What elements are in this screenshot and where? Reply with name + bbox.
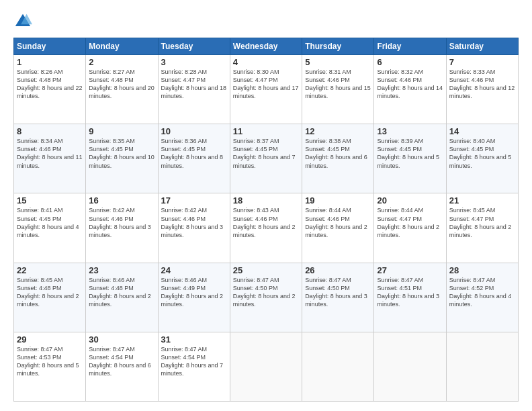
header-row: SundayMondayTuesdayWednesdayThursdayFrid…	[14, 38, 519, 55]
header	[13, 12, 519, 31]
day-number: 9	[89, 126, 154, 136]
day-number: 3	[161, 57, 227, 67]
day-number: 20	[377, 195, 443, 205]
day-cell: 2 Sunrise: 8:27 AM Sunset: 4:48 PM Dayli…	[86, 55, 158, 124]
week-row-3: 15 Sunrise: 8:41 AM Sunset: 4:45 PM Dayl…	[14, 193, 519, 263]
day-number: 10	[161, 126, 227, 136]
day-number: 18	[233, 195, 299, 205]
day-cell: 23 Sunrise: 8:46 AM Sunset: 4:48 PM Dayl…	[86, 263, 158, 332]
column-header-saturday: Saturday	[446, 38, 518, 55]
day-cell: 27 Sunrise: 8:47 AM Sunset: 4:51 PM Dayl…	[374, 263, 446, 332]
calendar-body: 1 Sunrise: 8:26 AM Sunset: 4:48 PM Dayli…	[14, 55, 519, 402]
day-cell: 25 Sunrise: 8:47 AM Sunset: 4:50 PM Dayl…	[230, 263, 302, 332]
day-number: 1	[17, 57, 83, 67]
day-info: Sunrise: 8:46 AM Sunset: 4:48 PM Dayligh…	[89, 276, 154, 309]
day-cell: 7 Sunrise: 8:33 AM Sunset: 4:46 PM Dayli…	[446, 55, 518, 124]
day-cell: 30 Sunrise: 8:47 AM Sunset: 4:54 PM Dayl…	[86, 332, 158, 401]
column-header-friday: Friday	[374, 38, 446, 55]
day-cell	[230, 332, 302, 401]
day-cell: 15 Sunrise: 8:41 AM Sunset: 4:45 PM Dayl…	[14, 193, 86, 263]
day-info: Sunrise: 8:47 AM Sunset: 4:50 PM Dayligh…	[305, 276, 371, 309]
day-number: 5	[305, 57, 371, 67]
day-number: 27	[377, 265, 443, 275]
day-cell	[302, 332, 374, 401]
day-cell: 26 Sunrise: 8:47 AM Sunset: 4:50 PM Dayl…	[302, 263, 374, 332]
day-number: 31	[161, 334, 227, 345]
day-info: Sunrise: 8:38 AM Sunset: 4:45 PM Dayligh…	[305, 137, 371, 170]
day-info: Sunrise: 8:40 AM Sunset: 4:45 PM Dayligh…	[449, 137, 515, 170]
day-cell: 14 Sunrise: 8:40 AM Sunset: 4:45 PM Dayl…	[446, 124, 518, 193]
day-info: Sunrise: 8:30 AM Sunset: 4:47 PM Dayligh…	[233, 68, 299, 101]
day-cell: 21 Sunrise: 8:45 AM Sunset: 4:47 PM Dayl…	[446, 193, 518, 263]
day-number: 15	[17, 195, 83, 205]
column-header-monday: Monday	[86, 38, 158, 55]
day-info: Sunrise: 8:45 AM Sunset: 4:47 PM Dayligh…	[449, 206, 515, 239]
day-info: Sunrise: 8:31 AM Sunset: 4:46 PM Dayligh…	[305, 68, 371, 101]
day-info: Sunrise: 8:42 AM Sunset: 4:46 PM Dayligh…	[161, 206, 227, 239]
day-info: Sunrise: 8:46 AM Sunset: 4:49 PM Dayligh…	[161, 276, 227, 309]
day-info: Sunrise: 8:47 AM Sunset: 4:51 PM Dayligh…	[377, 276, 443, 309]
column-header-thursday: Thursday	[302, 38, 374, 55]
day-cell	[446, 332, 518, 401]
day-cell: 29 Sunrise: 8:47 AM Sunset: 4:53 PM Dayl…	[14, 332, 86, 401]
day-cell: 31 Sunrise: 8:47 AM Sunset: 4:54 PM Dayl…	[158, 332, 230, 401]
day-number: 23	[89, 265, 154, 275]
day-number: 11	[233, 126, 299, 136]
day-cell: 24 Sunrise: 8:46 AM Sunset: 4:49 PM Dayl…	[158, 263, 230, 332]
week-row-2: 8 Sunrise: 8:34 AM Sunset: 4:46 PM Dayli…	[14, 124, 519, 193]
day-number: 2	[89, 57, 154, 67]
day-cell: 6 Sunrise: 8:32 AM Sunset: 4:46 PM Dayli…	[374, 55, 446, 124]
day-info: Sunrise: 8:37 AM Sunset: 4:45 PM Dayligh…	[233, 137, 299, 170]
column-header-tuesday: Tuesday	[158, 38, 230, 55]
week-row-1: 1 Sunrise: 8:26 AM Sunset: 4:48 PM Dayli…	[14, 55, 519, 124]
day-cell: 19 Sunrise: 8:44 AM Sunset: 4:46 PM Dayl…	[302, 193, 374, 263]
day-number: 26	[305, 265, 371, 275]
day-number: 17	[161, 195, 227, 205]
day-cell: 11 Sunrise: 8:37 AM Sunset: 4:45 PM Dayl…	[230, 124, 302, 193]
day-number: 13	[377, 126, 443, 136]
day-info: Sunrise: 8:36 AM Sunset: 4:45 PM Dayligh…	[161, 137, 227, 170]
day-cell	[374, 332, 446, 401]
day-info: Sunrise: 8:47 AM Sunset: 4:53 PM Dayligh…	[17, 345, 83, 378]
day-number: 25	[233, 265, 299, 275]
day-info: Sunrise: 8:43 AM Sunset: 4:46 PM Dayligh…	[233, 206, 299, 239]
day-number: 7	[449, 57, 515, 67]
day-info: Sunrise: 8:33 AM Sunset: 4:46 PM Dayligh…	[449, 68, 515, 101]
day-cell: 18 Sunrise: 8:43 AM Sunset: 4:46 PM Dayl…	[230, 193, 302, 263]
day-cell: 20 Sunrise: 8:44 AM Sunset: 4:47 PM Dayl…	[374, 193, 446, 263]
day-info: Sunrise: 8:47 AM Sunset: 4:50 PM Dayligh…	[233, 276, 299, 309]
day-info: Sunrise: 8:35 AM Sunset: 4:45 PM Dayligh…	[89, 137, 154, 170]
calendar-header: SundayMondayTuesdayWednesdayThursdayFrid…	[14, 38, 519, 55]
day-cell: 28 Sunrise: 8:47 AM Sunset: 4:52 PM Dayl…	[446, 263, 518, 332]
day-number: 4	[233, 57, 299, 67]
logo-icon	[13, 12, 32, 31]
day-info: Sunrise: 8:28 AM Sunset: 4:47 PM Dayligh…	[161, 68, 227, 101]
day-number: 30	[89, 334, 154, 345]
column-header-wednesday: Wednesday	[230, 38, 302, 55]
week-row-5: 29 Sunrise: 8:47 AM Sunset: 4:53 PM Dayl…	[14, 332, 519, 401]
day-number: 29	[17, 334, 83, 345]
page: SundayMondayTuesdayWednesdayThursdayFrid…	[0, 0, 532, 411]
day-info: Sunrise: 8:45 AM Sunset: 4:48 PM Dayligh…	[17, 276, 83, 309]
day-cell: 5 Sunrise: 8:31 AM Sunset: 4:46 PM Dayli…	[302, 55, 374, 124]
day-cell: 10 Sunrise: 8:36 AM Sunset: 4:45 PM Dayl…	[158, 124, 230, 193]
day-info: Sunrise: 8:39 AM Sunset: 4:45 PM Dayligh…	[377, 137, 443, 170]
week-row-4: 22 Sunrise: 8:45 AM Sunset: 4:48 PM Dayl…	[14, 263, 519, 332]
day-cell: 13 Sunrise: 8:39 AM Sunset: 4:45 PM Dayl…	[374, 124, 446, 193]
day-info: Sunrise: 8:47 AM Sunset: 4:54 PM Dayligh…	[161, 345, 227, 378]
day-info: Sunrise: 8:41 AM Sunset: 4:45 PM Dayligh…	[17, 206, 83, 239]
day-number: 24	[161, 265, 227, 275]
day-info: Sunrise: 8:44 AM Sunset: 4:47 PM Dayligh…	[377, 206, 443, 239]
day-number: 28	[449, 265, 515, 275]
day-info: Sunrise: 8:42 AM Sunset: 4:46 PM Dayligh…	[89, 206, 154, 239]
day-cell: 9 Sunrise: 8:35 AM Sunset: 4:45 PM Dayli…	[86, 124, 158, 193]
day-number: 21	[449, 195, 515, 205]
day-number: 12	[305, 126, 371, 136]
day-info: Sunrise: 8:32 AM Sunset: 4:46 PM Dayligh…	[377, 68, 443, 101]
day-number: 6	[377, 57, 443, 67]
day-cell: 3 Sunrise: 8:28 AM Sunset: 4:47 PM Dayli…	[158, 55, 230, 124]
day-info: Sunrise: 8:27 AM Sunset: 4:48 PM Dayligh…	[89, 68, 154, 101]
day-cell: 17 Sunrise: 8:42 AM Sunset: 4:46 PM Dayl…	[158, 193, 230, 263]
day-cell: 4 Sunrise: 8:30 AM Sunset: 4:47 PM Dayli…	[230, 55, 302, 124]
day-number: 8	[17, 126, 83, 136]
